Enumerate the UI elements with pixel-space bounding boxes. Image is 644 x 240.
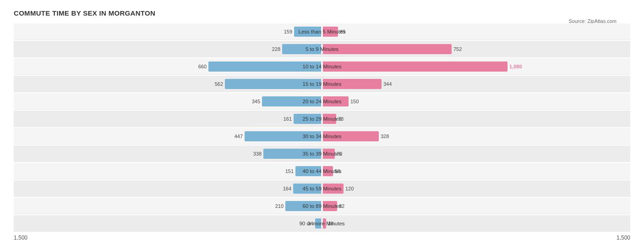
table-row: 34 90 or more Minutes 18 <box>14 215 630 232</box>
female-value: 18 <box>328 221 342 226</box>
right-section: 1,080 <box>322 59 630 74</box>
bar-row-wrap: 228 5 to 9 Minutes 752 <box>14 41 630 57</box>
male-value: 151 <box>280 168 294 174</box>
female-bar <box>323 27 338 37</box>
bar-row-wrap: 562 15 to 19 Minutes 344 <box>14 76 630 92</box>
male-bar <box>294 27 321 37</box>
bar-row-wrap: 345 20 to 24 Minutes 150 <box>14 94 630 109</box>
male-bar <box>208 61 321 72</box>
female-bar <box>323 184 344 194</box>
male-bar <box>225 79 321 89</box>
right-section: 752 <box>322 41 630 57</box>
chart-title: COMMUTE TIME BY SEX IN MORGANTON <box>14 9 630 17</box>
bar-row-wrap: 161 25 to 29 Minutes 78 <box>14 111 630 127</box>
right-section: 78 <box>322 111 630 127</box>
x-axis: 1,500 1,500 <box>14 234 630 240</box>
left-section: 159 <box>14 24 322 39</box>
female-bar <box>323 44 452 54</box>
left-section: 562 <box>14 76 322 92</box>
table-row: 345 20 to 24 Minutes 150 <box>14 93 630 110</box>
right-section: 70 <box>322 146 630 162</box>
left-section: 164 <box>14 181 322 196</box>
table-row: 151 40 to 44 Minutes 58 <box>14 163 630 179</box>
female-bar <box>323 61 508 72</box>
table-row: 338 35 to 39 Minutes 70 <box>14 145 630 162</box>
table-row: 159 Less than 5 Minutes 89 <box>14 23 630 40</box>
female-bar <box>323 79 382 89</box>
female-value: 89 <box>340 29 354 34</box>
left-section: 338 <box>14 146 322 162</box>
left-section: 161 <box>14 111 322 127</box>
bar-row-wrap: 164 45 to 59 Minutes 120 <box>14 181 630 196</box>
female-bar <box>323 131 379 141</box>
male-value: 338 <box>248 151 262 156</box>
female-value: 150 <box>350 99 364 104</box>
female-value: 344 <box>383 81 397 87</box>
x-axis-left: 1,500 <box>14 234 27 240</box>
left-section: 210 <box>14 198 322 214</box>
table-row: 660 10 to 14 Minutes 1,080 <box>14 58 630 75</box>
table-row: 210 60 to 89 Minutes 82 <box>14 198 630 214</box>
male-bar <box>295 166 321 176</box>
left-section: 34 <box>14 216 322 231</box>
bar-row-wrap: 660 10 to 14 Minutes 1,080 <box>14 59 630 74</box>
chart-area: 159 Less than 5 Minutes 89 228 5 to 9 Mi… <box>14 23 630 232</box>
table-row: 228 5 to 9 Minutes 752 <box>14 41 630 57</box>
table-row: 562 15 to 19 Minutes 344 <box>14 76 630 92</box>
male-value: 159 <box>278 29 292 34</box>
female-value: 78 <box>338 116 352 122</box>
male-bar <box>262 96 321 106</box>
male-value: 447 <box>229 134 243 139</box>
right-section: 58 <box>322 163 630 179</box>
female-value: 70 <box>337 151 350 156</box>
bar-row-wrap: 151 40 to 44 Minutes 58 <box>14 163 630 179</box>
female-bar <box>323 201 337 211</box>
right-section: 82 <box>322 198 630 214</box>
table-row: 447 30 to 34 Minutes 328 <box>14 128 630 145</box>
female-bar <box>323 166 333 176</box>
right-section: 120 <box>322 181 630 196</box>
right-section: 89 <box>322 24 630 39</box>
male-bar <box>282 44 321 54</box>
male-value: 161 <box>278 116 292 122</box>
female-value: 120 <box>345 186 359 191</box>
female-bar <box>323 149 335 159</box>
left-section: 660 <box>14 59 322 74</box>
left-section: 345 <box>14 94 322 109</box>
female-value: 58 <box>335 168 349 174</box>
male-bar <box>315 218 321 229</box>
male-value: 228 <box>267 46 280 52</box>
male-bar <box>263 149 321 159</box>
bar-row-wrap: 210 60 to 89 Minutes 82 <box>14 198 630 214</box>
female-bar <box>323 114 336 124</box>
table-row: 161 25 to 29 Minutes 78 <box>14 111 630 127</box>
right-section: 150 <box>322 94 630 109</box>
female-value: 752 <box>453 46 467 52</box>
female-value: 82 <box>339 203 353 209</box>
female-bar <box>323 218 326 229</box>
male-bar <box>293 184 321 194</box>
x-axis-right: 1,500 <box>617 234 630 240</box>
male-value: 660 <box>193 64 207 69</box>
left-section: 447 <box>14 128 322 144</box>
male-bar <box>285 201 321 211</box>
table-row: 164 45 to 59 Minutes 120 <box>14 180 630 197</box>
male-bar <box>294 114 321 124</box>
male-value: 345 <box>246 99 260 104</box>
left-section: 151 <box>14 163 322 179</box>
bar-row-wrap: 159 Less than 5 Minutes 89 <box>14 24 630 39</box>
female-value: 328 <box>381 134 394 139</box>
left-section: 228 <box>14 41 322 57</box>
male-value: 562 <box>209 81 223 87</box>
female-bar <box>323 96 349 106</box>
male-value: 210 <box>270 203 284 209</box>
bar-row-wrap: 34 90 or more Minutes 18 <box>14 216 630 231</box>
right-section: 18 <box>322 216 630 231</box>
female-value: 1,080 <box>509 64 523 69</box>
male-value: 164 <box>278 186 291 191</box>
bar-row-wrap: 447 30 to 34 Minutes 328 <box>14 128 630 144</box>
male-bar <box>245 131 321 141</box>
right-section: 344 <box>322 76 630 92</box>
bar-row-wrap: 338 35 to 39 Minutes 70 <box>14 146 630 162</box>
right-section: 328 <box>322 128 630 144</box>
